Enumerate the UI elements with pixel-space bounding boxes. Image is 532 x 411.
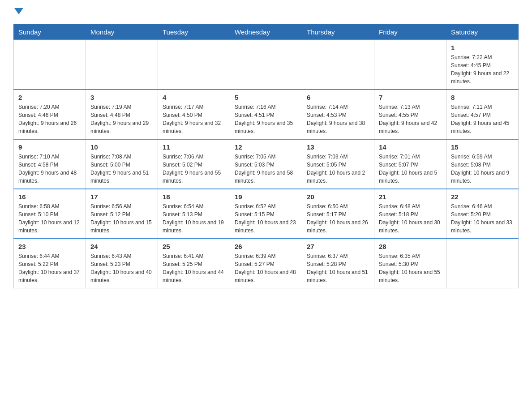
calendar-cell: 6Sunrise: 7:14 AMSunset: 4:53 PMDaylight… — [302, 90, 374, 139]
day-info: Sunrise: 6:58 AMSunset: 5:10 PMDaylight:… — [18, 202, 81, 235]
calendar-cell: 14Sunrise: 7:01 AMSunset: 5:07 PMDayligh… — [374, 139, 446, 189]
day-info: Sunrise: 6:48 AMSunset: 5:18 PMDaylight:… — [379, 202, 442, 235]
calendar-cell: 25Sunrise: 6:41 AMSunset: 5:25 PMDayligh… — [158, 239, 230, 288]
day-number: 15 — [451, 143, 514, 151]
day-number: 11 — [163, 143, 225, 151]
calendar-cell: 15Sunrise: 6:59 AMSunset: 5:08 PMDayligh… — [446, 139, 519, 189]
day-info: Sunrise: 7:13 AMSunset: 4:55 PMDaylight:… — [379, 103, 442, 135]
day-info: Sunrise: 6:56 AMSunset: 5:12 PMDaylight:… — [90, 202, 153, 235]
calendar-cell: 19Sunrise: 6:52 AMSunset: 5:15 PMDayligh… — [230, 189, 302, 239]
calendar-cell: 21Sunrise: 6:48 AMSunset: 5:18 PMDayligh… — [374, 189, 446, 239]
day-number: 4 — [163, 94, 225, 101]
day-info: Sunrise: 7:20 AMSunset: 4:46 PMDaylight:… — [18, 103, 81, 135]
calendar-cell: 27Sunrise: 6:37 AMSunset: 5:28 PMDayligh… — [302, 239, 374, 288]
day-number: 19 — [235, 193, 297, 201]
calendar-cell — [86, 40, 158, 90]
calendar-cell — [374, 40, 446, 90]
day-number: 5 — [235, 94, 297, 101]
calendar-cell: 1Sunrise: 7:22 AMSunset: 4:45 PMDaylight… — [446, 40, 519, 90]
day-number: 28 — [379, 243, 442, 250]
weekday-header-sunday: Sunday — [14, 25, 86, 40]
calendar-cell: 16Sunrise: 6:58 AMSunset: 5:10 PMDayligh… — [14, 189, 86, 239]
day-info: Sunrise: 7:03 AMSunset: 5:05 PMDaylight:… — [307, 153, 369, 185]
weekday-header-row: SundayMondayTuesdayWednesdayThursdayFrid… — [14, 25, 519, 40]
day-info: Sunrise: 6:44 AMSunset: 5:22 PMDaylight:… — [18, 252, 81, 284]
day-info: Sunrise: 6:41 AMSunset: 5:25 PMDaylight:… — [163, 252, 225, 284]
calendar-cell: 2Sunrise: 7:20 AMSunset: 4:46 PMDaylight… — [14, 90, 86, 139]
calendar-cell — [158, 40, 230, 90]
weekday-header-monday: Monday — [86, 25, 158, 40]
day-info: Sunrise: 7:10 AMSunset: 4:58 PMDaylight:… — [18, 153, 81, 185]
calendar-cell: 17Sunrise: 6:56 AMSunset: 5:12 PMDayligh… — [86, 189, 158, 239]
day-info: Sunrise: 7:14 AMSunset: 4:53 PMDaylight:… — [307, 103, 369, 135]
day-info: Sunrise: 7:01 AMSunset: 5:07 PMDaylight:… — [379, 153, 442, 185]
calendar-cell: 11Sunrise: 7:06 AMSunset: 5:02 PMDayligh… — [158, 139, 230, 189]
day-number: 21 — [379, 193, 442, 201]
day-info: Sunrise: 7:17 AMSunset: 4:50 PMDaylight:… — [163, 103, 225, 135]
weekday-header-thursday: Thursday — [302, 25, 374, 40]
week-row-1: 1Sunrise: 7:22 AMSunset: 4:45 PMDaylight… — [14, 40, 519, 90]
calendar-cell: 4Sunrise: 7:17 AMSunset: 4:50 PMDaylight… — [158, 90, 230, 139]
calendar-cell: 13Sunrise: 7:03 AMSunset: 5:05 PMDayligh… — [302, 139, 374, 189]
weekday-header-friday: Friday — [374, 25, 446, 40]
day-info: Sunrise: 7:08 AMSunset: 5:00 PMDaylight:… — [90, 153, 153, 185]
day-info: Sunrise: 6:54 AMSunset: 5:13 PMDaylight:… — [163, 202, 225, 235]
day-number: 14 — [379, 143, 442, 151]
calendar-cell: 3Sunrise: 7:19 AMSunset: 4:48 PMDaylight… — [86, 90, 158, 139]
week-row-4: 16Sunrise: 6:58 AMSunset: 5:10 PMDayligh… — [14, 189, 519, 239]
day-number: 27 — [307, 243, 369, 250]
calendar-cell: 23Sunrise: 6:44 AMSunset: 5:22 PMDayligh… — [14, 239, 86, 288]
day-number: 2 — [18, 94, 81, 101]
logo — [13, 9, 23, 15]
calendar-cell: 26Sunrise: 6:39 AMSunset: 5:27 PMDayligh… — [230, 239, 302, 288]
day-info: Sunrise: 6:59 AMSunset: 5:08 PMDaylight:… — [451, 153, 514, 185]
calendar-cell — [14, 40, 86, 90]
weekday-header-tuesday: Tuesday — [158, 25, 230, 40]
week-row-3: 9Sunrise: 7:10 AMSunset: 4:58 PMDaylight… — [14, 139, 519, 189]
week-row-2: 2Sunrise: 7:20 AMSunset: 4:46 PMDaylight… — [14, 90, 519, 139]
day-number: 1 — [451, 44, 514, 51]
calendar-cell: 12Sunrise: 7:05 AMSunset: 5:03 PMDayligh… — [230, 139, 302, 189]
day-number: 18 — [163, 193, 225, 201]
calendar-cell: 7Sunrise: 7:13 AMSunset: 4:55 PMDaylight… — [374, 90, 446, 139]
day-info: Sunrise: 6:50 AMSunset: 5:17 PMDaylight:… — [307, 202, 369, 235]
day-info: Sunrise: 7:06 AMSunset: 5:02 PMDaylight:… — [163, 153, 225, 185]
day-number: 25 — [163, 243, 225, 250]
calendar-cell: 10Sunrise: 7:08 AMSunset: 5:00 PMDayligh… — [86, 139, 158, 189]
calendar-cell: 28Sunrise: 6:35 AMSunset: 5:30 PMDayligh… — [374, 239, 446, 288]
calendar-cell: 22Sunrise: 6:46 AMSunset: 5:20 PMDayligh… — [446, 189, 519, 239]
calendar-cell: 9Sunrise: 7:10 AMSunset: 4:58 PMDaylight… — [14, 139, 86, 189]
day-number: 20 — [307, 193, 369, 201]
day-number: 13 — [307, 143, 369, 151]
day-info: Sunrise: 7:11 AMSunset: 4:57 PMDaylight:… — [451, 103, 514, 135]
day-info: Sunrise: 7:22 AMSunset: 4:45 PMDaylight:… — [451, 53, 514, 86]
weekday-header-saturday: Saturday — [446, 25, 519, 40]
calendar-cell: 20Sunrise: 6:50 AMSunset: 5:17 PMDayligh… — [302, 189, 374, 239]
calendar-table: SundayMondayTuesdayWednesdayThursdayFrid… — [13, 24, 519, 288]
day-number: 26 — [235, 243, 297, 250]
day-number: 9 — [18, 143, 81, 151]
day-number: 23 — [18, 243, 81, 250]
calendar-cell: 24Sunrise: 6:43 AMSunset: 5:23 PMDayligh… — [86, 239, 158, 288]
day-info: Sunrise: 6:35 AMSunset: 5:30 PMDaylight:… — [379, 252, 442, 284]
day-number: 6 — [307, 94, 369, 101]
day-number: 16 — [18, 193, 81, 201]
day-info: Sunrise: 7:19 AMSunset: 4:48 PMDaylight:… — [90, 103, 153, 135]
day-info: Sunrise: 6:37 AMSunset: 5:28 PMDaylight:… — [307, 252, 369, 284]
calendar-cell — [302, 40, 374, 90]
day-number: 8 — [451, 94, 514, 101]
calendar-cell: 18Sunrise: 6:54 AMSunset: 5:13 PMDayligh… — [158, 189, 230, 239]
day-number: 22 — [451, 193, 514, 201]
day-info: Sunrise: 7:05 AMSunset: 5:03 PMDaylight:… — [235, 153, 297, 185]
page-header — [13, 9, 519, 15]
day-info: Sunrise: 6:52 AMSunset: 5:15 PMDaylight:… — [235, 202, 297, 235]
calendar-cell: 8Sunrise: 7:11 AMSunset: 4:57 PMDaylight… — [446, 90, 519, 139]
day-number: 7 — [379, 94, 442, 101]
day-number: 17 — [90, 193, 153, 201]
calendar-cell — [446, 239, 519, 288]
day-info: Sunrise: 6:46 AMSunset: 5:20 PMDaylight:… — [451, 202, 514, 235]
day-number: 10 — [90, 143, 153, 151]
week-row-5: 23Sunrise: 6:44 AMSunset: 5:22 PMDayligh… — [14, 239, 519, 288]
day-info: Sunrise: 7:16 AMSunset: 4:51 PMDaylight:… — [235, 103, 297, 135]
calendar-cell — [230, 40, 302, 90]
